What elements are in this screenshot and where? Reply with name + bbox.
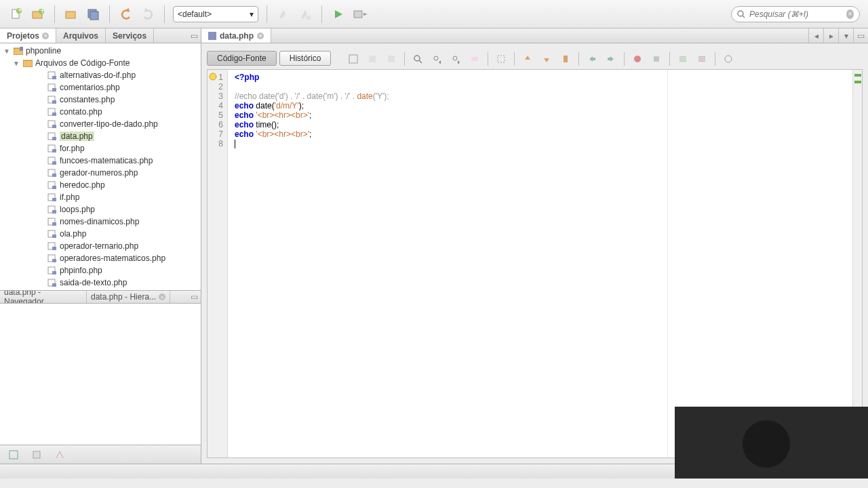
new-file-icon[interactable]: +: [8, 6, 24, 22]
collapse-icon[interactable]: ▼: [3, 47, 11, 55]
open-icon[interactable]: [63, 6, 79, 22]
next-bookmark-icon[interactable]: [539, 52, 554, 66]
svg-rect-39: [52, 186, 56, 189]
tab-arquivos[interactable]: Arquivos: [56, 28, 106, 43]
tree-file[interactable]: comentarios.php: [0, 81, 201, 94]
project-tree[interactable]: ▼ phponline ▼ Arquivos de Código-Fonte a…: [0, 43, 201, 290]
editor-tab-data-php[interactable]: data.php ×: [201, 28, 271, 43]
error-stripe[interactable]: [852, 70, 862, 458]
minimize-panel-icon[interactable]: ▭: [187, 28, 201, 43]
close-tab-icon[interactable]: ×: [257, 33, 264, 39]
svg-rect-69: [498, 56, 505, 62]
tool-icon[interactable]: [721, 52, 736, 66]
tree-file[interactable]: saida-de-texto.php: [0, 277, 201, 289]
tree-source-folder[interactable]: ▼ Arquivos de Código-Fonte: [0, 57, 201, 69]
tool-icon[interactable]: [5, 447, 22, 463]
undo-icon[interactable]: [118, 6, 134, 22]
next-tab-icon[interactable]: ▸: [823, 28, 838, 43]
tab-projetos[interactable]: Projetos×: [0, 28, 56, 43]
comment-icon[interactable]: [675, 52, 690, 66]
php-file-icon: [47, 70, 58, 80]
prev-tab-icon[interactable]: ◂: [808, 28, 823, 43]
tool-icon[interactable]: [52, 447, 68, 463]
tab-navegador[interactable]: data.php - Navegador: [0, 291, 87, 303]
redo-icon[interactable]: [140, 6, 156, 22]
run-icon[interactable]: [330, 6, 347, 22]
toggle-bookmark-icon[interactable]: [558, 52, 573, 66]
save-all-icon[interactable]: [85, 6, 101, 22]
clean-build-icon[interactable]: [297, 6, 313, 22]
tool-icon[interactable]: [346, 52, 361, 66]
tool-icon[interactable]: [28, 447, 45, 463]
run-config-select[interactable]: <default> ▾: [173, 6, 258, 22]
select-icon[interactable]: [494, 52, 509, 66]
navigator-tabs: data.php - Navegador data.php - Hiera...…: [0, 290, 201, 304]
tab-servicos[interactable]: Serviços: [106, 28, 154, 43]
file-label: for.php: [60, 144, 85, 153]
tab-list-icon[interactable]: ▾: [838, 28, 853, 43]
minimize-panel-icon[interactable]: ▭: [187, 291, 201, 303]
svg-rect-56: [9, 451, 18, 459]
left-panel: Projetos× Arquivos Serviços ▭ ▼ phponlin…: [0, 28, 201, 464]
find-next-icon[interactable]: [448, 52, 463, 66]
shift-left-icon[interactable]: [585, 52, 599, 66]
tree-file[interactable]: for.php: [0, 142, 201, 155]
tree-file[interactable]: alternativas-do-if.php: [0, 69, 201, 81]
new-project-icon[interactable]: +: [30, 6, 46, 22]
navigator-panel: [0, 304, 201, 445]
tab-hierarquia[interactable]: data.php - Hiera...×: [87, 291, 170, 303]
code-editor[interactable]: 12345678 <?php //echo date('d') . '/' . …: [207, 69, 863, 458]
svg-marker-70: [525, 56, 530, 60]
macro-stop-icon[interactable]: [649, 52, 664, 66]
code-content[interactable]: <?php //echo date('d') . '/' . date('m')…: [228, 70, 852, 458]
file-label: ola.php: [60, 229, 86, 239]
tree-file[interactable]: data.php: [0, 130, 201, 142]
php-file-icon: [47, 119, 58, 129]
bottom-toolbar: [0, 445, 201, 464]
file-label: funcoes-matematicas.php: [60, 156, 153, 165]
history-view-button[interactable]: Histórico: [279, 51, 332, 66]
svg-rect-61: [388, 56, 395, 62]
shift-right-icon[interactable]: [604, 52, 618, 66]
maximize-icon[interactable]: ▭: [853, 28, 868, 43]
source-view-button[interactable]: Código-Fonte: [207, 51, 277, 66]
tree-file[interactable]: constantes.php: [0, 94, 201, 106]
folder-label: Arquivos de Código-Fonte: [35, 58, 130, 68]
find-prev-icon[interactable]: [429, 52, 444, 66]
build-icon[interactable]: [275, 6, 292, 22]
tool-icon[interactable]: [365, 52, 380, 66]
hint-bulb-icon[interactable]: [209, 73, 217, 81]
find-icon[interactable]: [410, 52, 425, 66]
uncomment-icon[interactable]: [694, 52, 709, 66]
search-input[interactable]: [749, 9, 842, 19]
project-tabs: Projetos× Arquivos Serviços ▭: [0, 28, 201, 43]
tree-file[interactable]: gerador-numeros.php: [0, 167, 201, 179]
tree-file[interactable]: ola.php: [0, 228, 201, 240]
macro-record-icon[interactable]: [630, 52, 645, 66]
tree-file[interactable]: heredoc.php: [0, 179, 201, 191]
tree-file[interactable]: if.php: [0, 191, 201, 203]
tool-icon[interactable]: [384, 52, 399, 66]
close-icon[interactable]: ×: [159, 293, 165, 300]
tree-file[interactable]: funcoes-matematicas.php: [0, 155, 201, 167]
tree-project-node[interactable]: ▼ phponline: [0, 45, 201, 57]
clear-search-icon[interactable]: ×: [846, 9, 854, 19]
debug-icon[interactable]: [352, 6, 368, 22]
prev-bookmark-icon[interactable]: [520, 52, 535, 66]
tree-file[interactable]: nomes-dinamicos.php: [0, 216, 201, 228]
tree-file[interactable]: converter-tipo-de-dado.php: [0, 118, 201, 130]
close-icon[interactable]: ×: [42, 33, 49, 39]
tree-file[interactable]: loops.php: [0, 203, 201, 216]
tree-file[interactable]: contato.php: [0, 106, 201, 118]
file-label: operador-ternario.php: [60, 241, 138, 251]
svg-rect-33: [52, 149, 56, 152]
collapse-icon[interactable]: ▼: [12, 60, 20, 67]
svg-rect-57: [33, 451, 40, 458]
svg-line-63: [419, 60, 422, 63]
tree-file[interactable]: operador-ternario.php: [0, 240, 201, 252]
tree-file[interactable]: phpinfo.php: [0, 264, 201, 277]
search-box[interactable]: ×: [731, 6, 860, 22]
svg-rect-55: [52, 283, 56, 287]
highlight-icon[interactable]: [467, 52, 482, 66]
tree-file[interactable]: operadores-matematicos.php: [0, 252, 201, 264]
